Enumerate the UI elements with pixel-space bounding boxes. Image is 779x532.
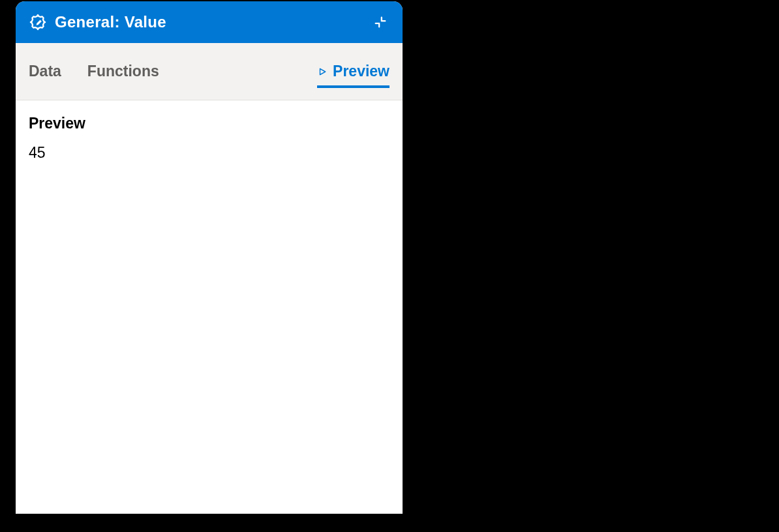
panel-title: General: Value — [55, 13, 363, 31]
collapse-icon — [373, 15, 388, 29]
collapse-button[interactable] — [371, 13, 390, 31]
config-panel: General: Value Data Functions Preview Pr… — [16, 1, 403, 514]
tab-bar: Data Functions Preview — [16, 43, 403, 100]
preview-value: 45 — [29, 144, 390, 162]
play-icon — [317, 66, 328, 77]
panel-header: General: Value — [16, 1, 403, 43]
preview-heading: Preview — [29, 115, 390, 132]
tab-preview-label: Preview — [333, 63, 390, 80]
preview-content: Preview 45 — [16, 100, 403, 176]
svg-marker-0 — [320, 68, 326, 74]
settings-edit-icon — [29, 13, 47, 31]
tab-data[interactable]: Data — [29, 43, 61, 100]
tab-preview[interactable]: Preview — [317, 43, 390, 100]
tab-functions[interactable]: Functions — [87, 43, 159, 100]
